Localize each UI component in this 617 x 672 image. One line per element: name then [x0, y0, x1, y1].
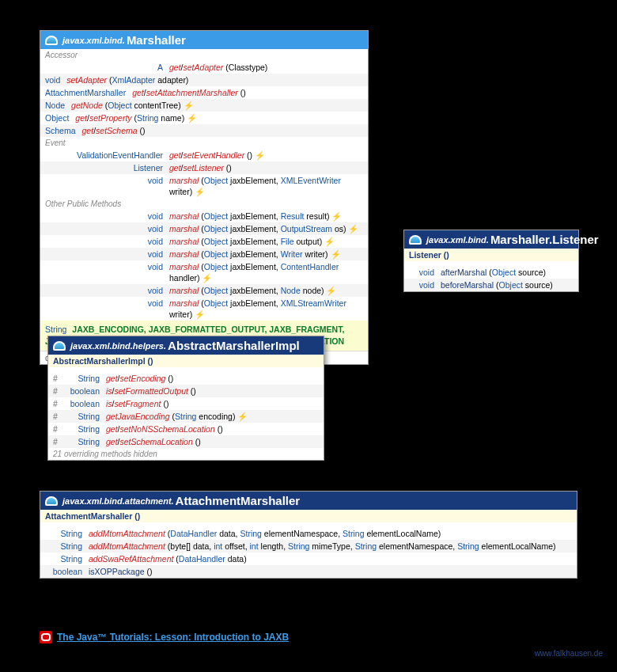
abstract-impl-name: AbstractMarshallerImpl: [168, 339, 300, 352]
listener-header: javax.xml.bind. Marshaller.Listener: [404, 230, 578, 249]
attachment-pkg: javax.xml.bind.attachment.: [62, 496, 174, 506]
attachment-name: AttachmentMarshaller: [176, 494, 301, 507]
listener-box: javax.xml.bind. Marshaller.Listener List…: [403, 230, 579, 292]
method-row: voidmarshal (Object jaxbElement, File ou…: [40, 235, 368, 248]
method-row: #StringgetJavaEncoding (String encoding)…: [48, 410, 324, 423]
section-other: Other Public Methods: [40, 198, 368, 210]
marshaller-name: Marshaller: [127, 33, 186, 47]
diagram-canvas: javax.xml.bind. Marshaller Accessor Aget…: [0, 0, 617, 672]
method-row: booleanisXOPPackage (): [40, 565, 577, 578]
attachment-ctor: AttachmentMarshaller (): [40, 510, 577, 522]
method-row: voidmarshal (Object jaxbElement, Content…: [40, 260, 368, 284]
attachment-header: javax.xml.bind.attachment. AttachmentMar…: [40, 492, 577, 510]
method-row: voidsetAdapter (XmlAdapter adapter): [40, 74, 368, 86]
method-row: voidafterMarshal (Object source): [404, 266, 578, 279]
class-icon: [45, 496, 58, 506]
section-event: Event: [40, 137, 368, 149]
attachment-box: javax.xml.bind.attachment. AttachmentMar…: [40, 491, 577, 579]
method-row: voidmarshal (Object jaxbElement, XMLStre…: [40, 297, 368, 321]
marshaller-header: javax.xml.bind. Marshaller: [40, 31, 368, 49]
method-row: Listenerget/setListener (): [40, 161, 368, 174]
class-icon: [53, 341, 66, 351]
method-row: #Stringget/setNoNSSchemaLocation (): [48, 423, 324, 435]
method-row: #booleanis/setFormattedOutput (): [48, 385, 324, 397]
listener-ctor: Listener (): [404, 249, 578, 261]
method-row: ValidationEventHandlerget/setEventHandle…: [40, 149, 368, 161]
class-icon: [409, 235, 422, 245]
footer-link[interactable]: The Java™ Tutorials: Lesson: Introductio…: [40, 631, 289, 644]
method-row: NodegetNode (Object contentTree) ⚡: [40, 99, 368, 112]
method-row: voidmarshal (Object jaxbElement, Node no…: [40, 284, 368, 297]
method-row: #Stringget/setEncoding (): [48, 372, 324, 385]
interface-icon: [45, 36, 58, 45]
constants-type: String: [45, 325, 66, 334]
method-row: #booleanis/setFragment (): [48, 397, 324, 410]
listener-name: Marshaller.Listener: [490, 233, 599, 246]
method-row: Schemaget/setSchema (): [40, 124, 368, 137]
abstract-impl-pkg: javax.xml.bind.helpers.: [70, 341, 166, 351]
method-row: StringaddMtomAttachment (DataHandler dat…: [40, 527, 577, 540]
marshaller-box: javax.xml.bind. Marshaller Accessor Aget…: [40, 30, 369, 365]
abstract-impl-header: javax.xml.bind.helpers. AbstractMarshall…: [48, 336, 324, 355]
method-row: AttachmentMarshallerget/setAttachmentMar…: [40, 86, 368, 99]
abstract-impl-ctor: AbstractMarshallerImpl (): [48, 355, 324, 367]
method-row: voidmarshal (Object jaxbElement, Writer …: [40, 248, 368, 260]
abstract-impl-box: javax.xml.bind.helpers. AbstractMarshall…: [47, 336, 324, 461]
method-row: Aget/setAdapter (Class type): [40, 61, 368, 74]
method-row: voidmarshal (Object jaxbElement, XMLEven…: [40, 174, 368, 198]
method-row: StringaddMtomAttachment (byte[] data, in…: [40, 540, 577, 552]
watermark: www.falkhausen.de: [535, 649, 603, 658]
abstract-impl-note: 21 overriding methods hidden: [48, 448, 324, 460]
method-row: voidbeforeMarshal (Object source): [404, 279, 578, 291]
method-row: StringaddSwaRefAttachment (DataHandler d…: [40, 552, 577, 565]
oracle-icon: [40, 631, 52, 644]
method-row: #Stringget/setSchemaLocation (): [48, 435, 324, 448]
method-row: voidmarshal (Object jaxbElement, Result …: [40, 210, 368, 222]
section-accessor: Accessor: [40, 49, 368, 61]
listener-pkg: javax.xml.bind.: [426, 235, 489, 245]
marshaller-pkg: javax.xml.bind.: [62, 36, 125, 45]
tutorial-link[interactable]: The Java™ Tutorials: Lesson: Introductio…: [57, 632, 289, 643]
method-row: voidmarshal (Object jaxbElement, OutputS…: [40, 222, 368, 235]
method-row: Objectget/setProperty (String name) ⚡: [40, 112, 368, 124]
